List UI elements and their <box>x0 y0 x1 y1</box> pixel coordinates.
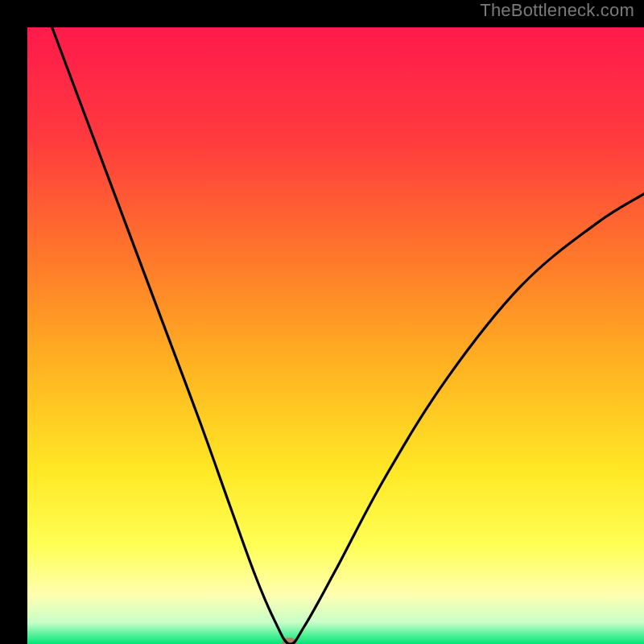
chart-background <box>27 27 644 644</box>
watermark-text: TheBottleneck.com <box>480 0 634 21</box>
chart-frame <box>14 14 630 630</box>
bottleneck-chart <box>27 27 644 644</box>
